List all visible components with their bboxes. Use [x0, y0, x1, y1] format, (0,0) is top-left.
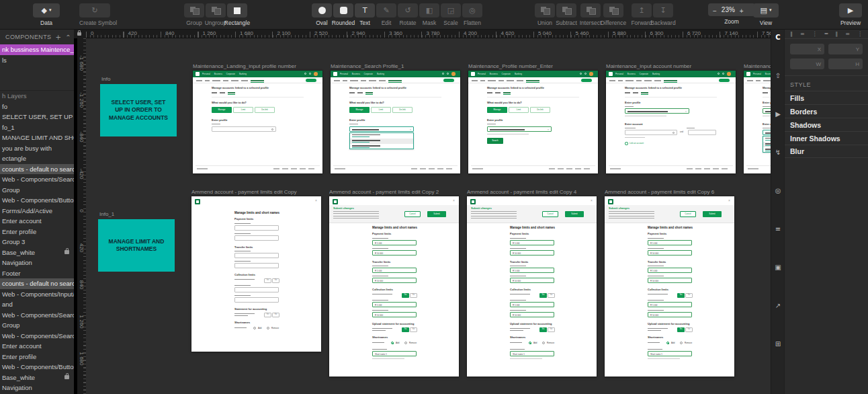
backward-button[interactable]: ↧ — [653, 3, 673, 17]
play-icon[interactable]: ▶ — [771, 110, 785, 118]
align-icon[interactable]: ⋮ — [812, 31, 818, 37]
collapse-panel-icon[interactable]: ⌃ — [65, 34, 71, 41]
layer-list-item[interactable]: Enter profile — [0, 352, 74, 362]
artboard[interactable]: PersonalBusinessCorporateBankingManage a… — [331, 71, 460, 173]
align-icon[interactable]: ∥ — [790, 31, 793, 37]
geometry-field-y[interactable]: Y — [828, 44, 863, 54]
layer-list-item[interactable]: Forms/Add/Active — [0, 206, 74, 216]
artboard-title[interactable]: Ammend account - payment limits edit Cop… — [191, 189, 321, 195]
style-section-borders[interactable]: Borders — [785, 104, 868, 118]
align-icon[interactable]: ∥ — [835, 31, 838, 37]
artboard-title[interactable]: Maintenance_input acc — [744, 63, 771, 69]
layer-list-item[interactable]: and — [0, 299, 74, 310]
layer-list-item[interactable]: Group 3 — [0, 237, 74, 247]
style-section-shadows[interactable]: Shadows — [785, 118, 868, 131]
style-section-fills[interactable]: Fills — [785, 91, 868, 104]
artboard-title[interactable]: Maintenance_Profile number_Enter — [468, 63, 598, 69]
text-placeholder-bar — [212, 124, 220, 124]
artboard-title[interactable]: Ammend account - payment limits edit Cop… — [605, 189, 734, 195]
mini-question: What would you like to do? — [349, 102, 384, 104]
add-image-icon[interactable]: ⊞ — [771, 340, 785, 348]
layer-list-item[interactable]: MANAGE LIMIT AND SHO — [0, 132, 74, 143]
layer-list-item[interactable]: ectangle — [0, 153, 74, 164]
layer-list-item[interactable]: nk bussiness Maintence_Capt... — [0, 44, 74, 55]
layer-list-item[interactable]: fo — [0, 102, 74, 112]
layer-list-item[interactable]: Enter account — [0, 341, 74, 352]
layer-list-item[interactable]: Base_white — [0, 372, 74, 383]
text-placeholder-bar — [704, 168, 710, 169]
align-icon[interactable]: ≡ — [800, 31, 805, 37]
layer-list-item[interactable]: Web - Components/Button/1... — [0, 195, 74, 206]
layer-list-item[interactable]: Enter account — [0, 216, 74, 227]
sticky-note[interactable]: MANAGE LIMIT AND SHORTNAMES — [98, 219, 175, 272]
artboard[interactable]: ×Manage limits and short namesPayment li… — [191, 196, 321, 352]
scale-icon: ◲ — [447, 7, 454, 14]
artboard[interactable]: ×Submit changesCancelSubmitManage limits… — [605, 196, 734, 377]
layer-list-item[interactable]: Web - Components/Search S... — [0, 174, 74, 185]
artboard[interactable]: PersonalBusinessCorporateBankingManage a… — [606, 71, 736, 173]
style-section-inner-shadows[interactable]: Inner Shadows — [785, 131, 868, 145]
mini-primary-pill-button — [581, 79, 592, 82]
artboard[interactable]: PersonalBusinessCorporateBankingManage a… — [744, 71, 771, 173]
contrast-logo-icon[interactable]: C — [771, 34, 785, 41]
text-placeholder-bar — [654, 80, 661, 81]
rectangle-button[interactable] — [227, 3, 247, 17]
artboard-title[interactable]: Maintenance_input account number — [606, 63, 736, 69]
layer-list-item[interactable]: Footer — [0, 268, 74, 279]
sticky-note[interactable]: SELECT USER, SET UP IN ORDER TO MANAGE A… — [100, 84, 177, 136]
mini-logo — [470, 199, 476, 204]
style-section-blur[interactable]: Blur — [785, 145, 868, 158]
layer-list-item[interactable]: you are busy with — [0, 143, 74, 154]
layer-list-item[interactable]: Navigation — [0, 383, 74, 393]
design-canvas[interactable]: InfoSELECT USER, SET UP IN ORDER TO MANA… — [86, 38, 771, 394]
artboard-title[interactable]: Ammend account - payment limits edit Cop… — [467, 189, 597, 195]
layer-list-item[interactable]: Navigation — [0, 258, 74, 268]
layer-list-item[interactable]: SELECT USER, SET UP — [0, 112, 74, 122]
export-icon[interactable]: ↗ — [771, 302, 785, 309]
layer-list-item[interactable]: fo_1 — [0, 122, 74, 133]
layer-list-item[interactable]: Web - Components/Search S... — [0, 331, 74, 342]
artboard[interactable]: PersonalBusinessCorporateBankingManage a… — [193, 71, 322, 173]
difference-button[interactable] — [603, 3, 623, 17]
align-icon[interactable]: ≡ — [845, 31, 850, 37]
align-icon[interactable]: ═ — [825, 31, 828, 37]
layer-list-item[interactable]: h Layers — [0, 91, 74, 102]
view-button[interactable]: ▤▾ — [753, 3, 779, 17]
ruler-corner — [74, 30, 86, 38]
layer-list-item[interactable]: Group — [0, 320, 74, 331]
flash-icon[interactable]: ↯ — [771, 149, 785, 156]
add-component-button[interactable]: + — [56, 34, 62, 41]
artboard-title[interactable]: Maintenance_Search Profile_1 — [331, 63, 460, 69]
share-icon[interactable]: ⇧ — [771, 72, 785, 79]
flatten-button[interactable]: ◎ — [462, 3, 482, 17]
geometry-field-h[interactable]: H — [828, 58, 863, 69]
geometry-field-w[interactable]: W — [790, 58, 824, 69]
layer-list-item[interactable]: Web - Components/Search S... — [0, 310, 74, 321]
frame-icon[interactable]: ▣ — [771, 264, 785, 271]
layer-list-item[interactable]: Group — [0, 185, 74, 196]
layer-list-item[interactable]: ccounts - default no search... — [0, 278, 74, 289]
artboard-title[interactable]: Ammend account - payment limits edit Cop… — [329, 189, 459, 195]
zoom-in-button[interactable]: + — [740, 4, 744, 16]
artboard[interactable]: ×Submit changesCancelSubmitManage limits… — [329, 196, 459, 377]
zoom-out-button[interactable]: − — [713, 4, 717, 16]
layer-list-item[interactable]: Base_white — [0, 247, 74, 258]
layer-list-item[interactable]: Web - Components/Button/1... — [0, 362, 74, 372]
artboard[interactable]: ×Submit changesCancelSubmitManage limits… — [467, 196, 597, 377]
subtract-button[interactable] — [556, 3, 576, 17]
data-button[interactable]: ◆▾ — [33, 3, 60, 17]
layer-list-item[interactable]: ccounts - default no search... — [0, 164, 74, 175]
ring-icon[interactable]: ◎ — [771, 187, 785, 194]
geometry-field-x[interactable]: X — [790, 44, 824, 54]
notes-icon[interactable]: ≡ — [771, 225, 785, 233]
preview-button[interactable]: ▶ — [839, 3, 862, 17]
create-symbol-button[interactable]: ↻ — [79, 3, 110, 17]
artboard[interactable]: PersonalBusinessCorporateBankingManage a… — [468, 71, 598, 173]
align-icon[interactable]: ⋮ — [857, 31, 863, 37]
layer-list-item[interactable]: Web - Components/Input/1... — [0, 289, 74, 300]
layer-list-item[interactable]: ls — [0, 55, 74, 66]
text-placeholder-bar — [437, 168, 443, 169]
artboard-title[interactable]: Maintenance_Landing_input profile number — [193, 63, 322, 69]
layer-list-item[interactable]: Enter profile — [0, 227, 74, 237]
toolbar-group-view: ▤▾View — [752, 3, 779, 26]
